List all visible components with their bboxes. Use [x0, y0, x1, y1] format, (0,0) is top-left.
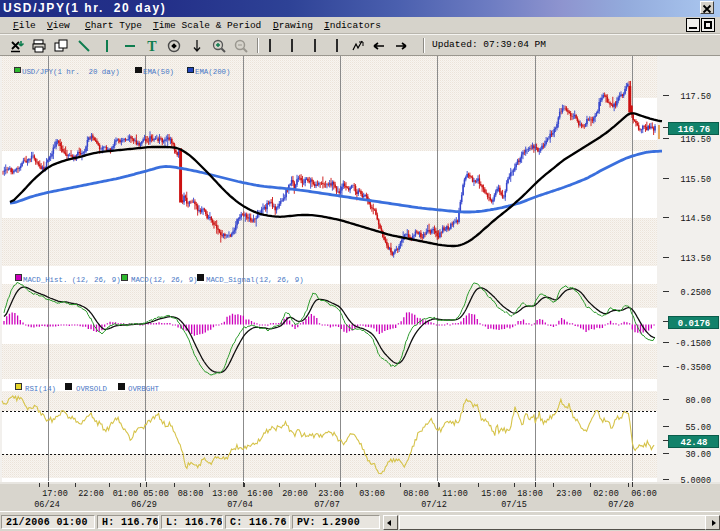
- svg-text:-0.3500: -0.3500: [675, 363, 711, 373]
- svg-text:06/24: 06/24: [34, 500, 60, 510]
- svg-text:EMA(200): EMA(200): [195, 68, 230, 76]
- svg-text:42.48: 42.48: [680, 438, 707, 448]
- svg-text:80.00: 80.00: [685, 396, 711, 406]
- svg-text:115.50: 115.50: [680, 175, 711, 185]
- svg-text:07/20: 07/20: [608, 500, 634, 510]
- svg-text:13:00: 13:00: [212, 489, 238, 499]
- svg-text:116.50: 116.50: [680, 135, 711, 145]
- svg-text:30.00: 30.00: [685, 450, 711, 460]
- svg-text:116.76: 116.76: [678, 125, 710, 135]
- svg-text:05:00: 05:00: [143, 489, 169, 499]
- svg-text:07/04: 07/04: [227, 500, 253, 510]
- svg-text:20:00: 20:00: [282, 489, 308, 499]
- svg-text:OVRSOLD: OVRSOLD: [76, 385, 108, 393]
- svg-text:5.0000: 5.0000: [680, 476, 711, 486]
- svg-text:02:00: 02:00: [593, 489, 619, 499]
- svg-text:15:00: 15:00: [481, 489, 507, 499]
- svg-text:USD/JPY(1 hr. 20 day): USD/JPY(1 hr. 20 day): [22, 68, 120, 76]
- svg-text:01:00: 01:00: [113, 489, 139, 499]
- svg-text:RSI(14): RSI(14): [25, 385, 56, 393]
- svg-text:MACD_Hist. (12, 26, 9): MACD_Hist. (12, 26, 9): [23, 276, 121, 284]
- svg-text:17:00: 17:00: [42, 489, 68, 499]
- svg-text:16:00: 16:00: [247, 489, 273, 499]
- svg-text:0.2500: 0.2500: [680, 288, 711, 298]
- svg-text:MACD(12, 26, 9): MACD(12, 26, 9): [131, 276, 198, 284]
- svg-text:07/07: 07/07: [314, 500, 340, 510]
- svg-text:23:00: 23:00: [556, 489, 582, 499]
- svg-text:03:00: 03:00: [359, 489, 385, 499]
- svg-text:23:00: 23:00: [318, 489, 344, 499]
- svg-text:OVRBGHT: OVRBGHT: [128, 385, 160, 393]
- svg-text:55.00: 55.00: [685, 423, 711, 433]
- svg-text:08:00: 08:00: [178, 489, 204, 499]
- svg-text:0.0176: 0.0176: [678, 319, 710, 329]
- svg-text:07/15: 07/15: [501, 500, 527, 510]
- svg-text:114.50: 114.50: [680, 214, 711, 224]
- svg-text:07/12: 07/12: [421, 500, 447, 510]
- svg-text:11:00: 11:00: [442, 489, 468, 499]
- svg-text:-0.1500: -0.1500: [675, 339, 711, 349]
- svg-text:08:00: 08:00: [403, 489, 429, 499]
- svg-text:MACD_Signal(12, 26, 9): MACD_Signal(12, 26, 9): [206, 276, 304, 284]
- svg-text:EMA(50): EMA(50): [143, 68, 174, 76]
- svg-text:117.50: 117.50: [680, 92, 711, 102]
- svg-text:22:00: 22:00: [78, 489, 104, 499]
- svg-text:18:00: 18:00: [517, 489, 543, 499]
- svg-text:06:00: 06:00: [631, 489, 657, 499]
- svg-text:06/29: 06/29: [131, 500, 157, 510]
- svg-text:T: T: [147, 39, 157, 54]
- svg-text:113.50: 113.50: [680, 254, 711, 264]
